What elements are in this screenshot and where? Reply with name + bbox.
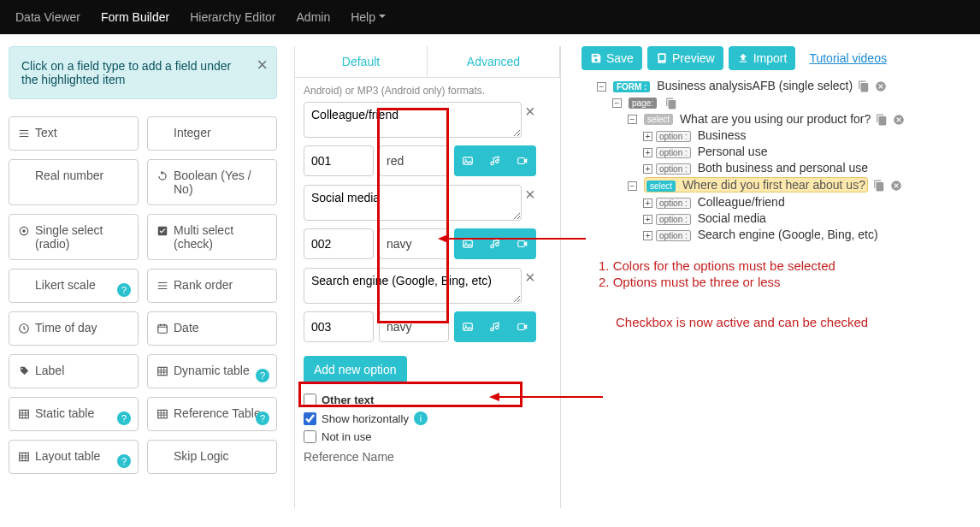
help-icon[interactable]: ? [256,369,269,382]
option-text-input[interactable]: Colleague/friend [304,102,522,138]
tree-option-label[interactable]: Colleague/friend [698,195,785,209]
info-icon[interactable]: i [414,412,428,425]
tree-toggle[interactable]: + [643,215,652,224]
field-type-text[interactable]: Text [9,116,139,151]
show-horizontally-checkbox[interactable] [304,412,316,425]
field-type-label[interactable]: Label [9,354,139,388]
remove-option-icon[interactable]: × [525,102,535,121]
option-text-input[interactable]: Search engine (Google, Bing, etc) [304,268,522,304]
video-button[interactable] [509,145,536,176]
add-option-button[interactable]: Add new option [304,356,407,383]
help-icon[interactable]: ? [117,454,131,468]
nav-help[interactable]: Help [351,10,386,24]
copy-icon[interactable] [858,80,870,92]
help-icon[interactable]: ? [117,412,131,425]
dot-icon [18,223,30,237]
import-label: Import [753,51,788,65]
video-button[interactable] [509,311,536,342]
not-in-use-row[interactable]: Not in use [304,430,552,443]
tab-advanced[interactable]: Advanced [428,46,560,77]
tree-toggle[interactable]: + [643,148,652,157]
field-type-boolean-yes-no-[interactable]: Boolean (Yes / No) [147,159,277,205]
field-type-label: Boolean (Yes / No) [174,169,268,196]
nav-form-builder[interactable]: Form Builder [101,10,169,24]
tree-toggle[interactable]: − [612,98,622,108]
tree-toggle[interactable]: − [628,181,637,191]
image-button[interactable] [454,145,481,176]
field-type-reference-table[interactable]: Reference Table? [147,397,277,431]
field-type-static-table[interactable]: Static table? [9,397,139,431]
tree-toggle[interactable]: + [643,164,652,174]
table-icon [156,406,168,420]
field-editor: Default Advanced Android) or MP3 (Androi… [294,46,561,508]
option-color-input[interactable] [379,228,449,259]
annotation-checkbox-note: Checkbox is now active and can be checke… [616,315,963,329]
option-badge: option : [656,163,691,175]
close-icon[interactable]: × [257,56,268,74]
tree-toggle[interactable]: + [643,231,652,240]
save-button[interactable]: Save [582,46,642,70]
nav-hierarchy-editor[interactable]: Hierarchy Editor [190,10,275,24]
option-text-input[interactable]: Social media [304,185,522,221]
audio-button[interactable] [481,145,509,176]
tree-option-label[interactable]: Both business and personal use [698,161,868,175]
field-type-integer[interactable]: Integer [147,116,277,151]
tree-question-2[interactable]: Where did you first hear about us? [682,178,865,192]
remove-option-icon[interactable]: × [525,268,535,287]
field-type-multi-select-check-[interactable]: Multi select (check) [147,214,277,260]
tree-option-label[interactable]: Social media [698,211,766,225]
copy-icon[interactable] [665,98,677,110]
field-type-dynamic-table[interactable]: Dynamic table? [147,354,277,388]
field-type-layout-table[interactable]: Layout table? [9,440,139,474]
audio-button[interactable] [481,228,509,259]
audio-button[interactable] [481,311,509,342]
tree-toggle[interactable]: − [628,115,637,124]
svg-rect-4 [158,325,168,333]
remove-option-icon[interactable]: × [525,185,535,204]
help-icon[interactable]: ? [117,283,131,297]
other-text-checkbox[interactable] [304,394,316,406]
image-button[interactable] [454,228,481,259]
field-type-time-of-day[interactable]: Time of day [9,311,139,346]
svg-rect-12 [463,240,473,247]
option-color-input[interactable] [379,311,449,342]
delete-icon[interactable] [890,180,902,192]
not-in-use-checkbox[interactable] [304,430,316,443]
nav-data-viewer[interactable]: Data Viewer [15,10,80,24]
tree-toggle[interactable]: + [643,198,652,208]
option-badge: option : [656,214,691,225]
delete-icon[interactable] [893,114,905,126]
field-type-label: Rank order [174,278,233,292]
field-type-single-select-radio-[interactable]: Single select (radio) [9,214,139,260]
field-type-rank-order[interactable]: Rank order [147,269,277,303]
other-text-row[interactable]: Other text [304,394,552,406]
tree-toggle[interactable]: − [597,82,606,92]
copy-icon[interactable] [876,114,888,126]
tree-question-1[interactable]: What are you using our product for? [680,112,871,126]
copy-icon[interactable] [873,180,885,192]
tree-option-label[interactable]: Search engine (Google, Bing, etc) [698,228,878,241]
help-icon[interactable]: ? [256,412,269,425]
import-button[interactable]: Import [729,46,796,70]
nav-admin[interactable]: Admin [297,10,331,24]
field-type-likert-scale[interactable]: Likert scale? [9,269,139,303]
field-type-label: Date [174,321,199,335]
tree-option-label[interactable]: Personal use [698,145,768,158]
option-color-input[interactable] [379,145,449,176]
tree-option-label[interactable]: Business [698,128,747,142]
image-button[interactable] [454,311,481,342]
field-type-date[interactable]: Date [147,311,277,346]
option-code-input[interactable] [304,145,374,176]
field-type-real-number[interactable]: Real number [9,159,139,205]
show-horizontally-row[interactable]: Show horizontally i [304,412,552,425]
option-code-input[interactable] [304,311,374,342]
tree-form-label[interactable]: Business analysisAFB (single select) [657,79,853,92]
option-code-input[interactable] [304,228,374,259]
tab-default[interactable]: Default [295,46,428,77]
delete-icon[interactable] [875,80,887,92]
field-type-skip-logic[interactable]: Skip Logic [147,440,277,474]
tutorial-videos-link[interactable]: Tutorial videos [809,51,887,65]
preview-button[interactable]: Preview [647,46,723,70]
tree-toggle[interactable]: + [643,132,652,141]
video-button[interactable] [509,228,536,259]
